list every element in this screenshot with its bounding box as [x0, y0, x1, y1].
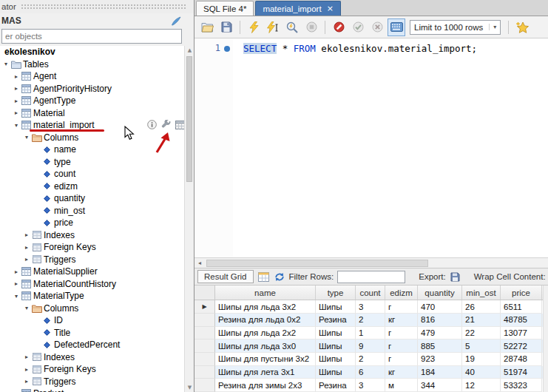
- tree-item-quantity[interactable]: quantity: [0, 192, 184, 205]
- cell-count[interactable]: 3: [356, 379, 385, 392]
- scrollbar-thumb[interactable]: [186, 56, 192, 182]
- row-header[interactable]: [194, 379, 215, 392]
- cell-name[interactable]: Шипы для льда 3x2: [215, 300, 316, 314]
- toggle-autocommit-button[interactable]: [388, 18, 405, 36]
- cell-name[interactable]: Шипы для льда 3x0: [215, 339, 316, 353]
- tree-item-product[interactable]: ▸Product: [0, 388, 184, 392]
- row-header[interactable]: [194, 314, 215, 327]
- hscroll-thumb[interactable]: [206, 260, 428, 267]
- refresh-schemas-icon[interactable]: [171, 16, 181, 26]
- cell-min-ost[interactable]: 22: [462, 327, 501, 340]
- tree-item-columns[interactable]: ▾Columns: [0, 132, 184, 144]
- table-edit-icon[interactable]: [160, 120, 172, 129]
- cell-price[interactable]: 6511: [501, 300, 542, 314]
- cell-edizm[interactable]: кг: [385, 366, 418, 379]
- expand-arrow-icon[interactable]: ▸: [12, 280, 21, 287]
- cell-quantity[interactable]: 885: [418, 339, 462, 353]
- column-header-quantity[interactable]: quantity: [418, 285, 462, 300]
- cell-edizm[interactable]: кг: [385, 314, 418, 327]
- table-data-icon[interactable]: [175, 120, 184, 129]
- grid-corner[interactable]: [194, 285, 215, 300]
- row-header[interactable]: [194, 353, 215, 366]
- tree-item-materialtype[interactable]: ▾MaterialType: [0, 290, 184, 303]
- cell-type[interactable]: Резина: [316, 314, 356, 327]
- column-header-min-ost[interactable]: min_ost: [462, 285, 501, 300]
- tree-item-min-ost[interactable]: min_ost: [0, 205, 184, 217]
- column-header-price[interactable]: price: [501, 285, 542, 300]
- filter-objects-input[interactable]: [1, 29, 182, 44]
- expand-arrow-icon[interactable]: ▸: [22, 256, 31, 263]
- tree-item-tables[interactable]: ▾Tables: [0, 58, 184, 71]
- editor-tab-sql-file-4[interactable]: SQL File 4*: [196, 1, 254, 16]
- collapse-arrow-icon[interactable]: ▾: [22, 134, 31, 141]
- tree-item-material-import[interactable]: ▾material_import: [0, 119, 184, 132]
- result-grid-tab[interactable]: Result Grid: [197, 270, 254, 283]
- open-script-button[interactable]: [198, 18, 216, 36]
- cell-edizm[interactable]: г: [385, 339, 418, 353]
- tree-item-agenttype[interactable]: ▸AgentType: [0, 95, 184, 107]
- cell-price[interactable]: 53323: [501, 379, 542, 392]
- tree-item-id[interactable]: ID: [0, 314, 184, 327]
- tree-item-defectedpercent[interactable]: DefectedPercent: [0, 339, 184, 351]
- cell-price[interactable]: 28748: [501, 353, 542, 366]
- tree-item-triggers[interactable]: ▸Triggers: [0, 376, 184, 388]
- cell-price[interactable]: 51974: [501, 366, 542, 379]
- row-header[interactable]: [194, 339, 215, 353]
- rollback-button[interactable]: [368, 18, 386, 36]
- save-script-button[interactable]: [217, 18, 235, 36]
- tab-close-icon[interactable]: ×: [327, 5, 334, 13]
- cell-type[interactable]: Шипы: [316, 339, 356, 353]
- tree-item-material[interactable]: ▸Material: [0, 107, 184, 120]
- cell-quantity[interactable]: 816: [418, 314, 462, 327]
- cell-quantity[interactable]: 344: [418, 379, 462, 392]
- filter-rows-input[interactable]: [337, 271, 405, 283]
- cell-edizm[interactable]: м: [385, 379, 418, 392]
- cell-quantity[interactable]: 470: [418, 300, 462, 314]
- collapse-arrow-icon[interactable]: ▾: [12, 122, 21, 129]
- expand-arrow-icon[interactable]: ▸: [12, 268, 21, 275]
- tree-item-type[interactable]: type: [0, 156, 184, 169]
- column-header-count[interactable]: count: [356, 285, 385, 300]
- row-header[interactable]: [194, 366, 215, 379]
- commit-button[interactable]: [349, 18, 367, 36]
- cell-type[interactable]: Шипы: [316, 300, 356, 314]
- grid-row[interactable]: Шипы для льда 3x0Шипы9г885552272: [194, 339, 548, 353]
- cell-edizm[interactable]: г: [385, 300, 418, 314]
- navigator-scrollbar[interactable]: ▲ ▼: [184, 46, 194, 392]
- tree-item-foreign-keys[interactable]: ▸Foreign Keys: [0, 363, 184, 376]
- scroll-down-icon[interactable]: ▼: [185, 383, 194, 392]
- cell-quantity[interactable]: 923: [418, 353, 462, 366]
- cell-type[interactable]: Шипы: [316, 366, 356, 379]
- cell-price[interactable]: 13077: [501, 327, 542, 340]
- cell-count[interactable]: 1: [356, 327, 385, 340]
- cell-min-ost[interactable]: 21: [462, 314, 501, 327]
- tree-item-agentpriorityhistory[interactable]: ▸AgentPriorityHistory: [0, 83, 184, 95]
- cell-price[interactable]: 52272: [501, 339, 542, 353]
- expand-arrow-icon[interactable]: ▸: [22, 354, 31, 360]
- tree-item-edizm[interactable]: edizm: [0, 180, 184, 193]
- cell-type[interactable]: Резина: [316, 379, 356, 392]
- cell-count[interactable]: 2: [356, 314, 385, 327]
- cell-count[interactable]: 2: [356, 353, 385, 366]
- save-snippet-button[interactable]: [513, 18, 531, 36]
- tree-item-materialcounthistory[interactable]: ▸MaterialCountHistory: [0, 278, 184, 291]
- editor-tab-material-import[interactable]: material_import×: [255, 1, 340, 16]
- cell-count[interactable]: 6: [356, 366, 385, 379]
- limit-rows-dropdown[interactable]: Limit to 1000 rows ▾: [410, 20, 501, 35]
- stop-on-error-button[interactable]: [330, 18, 348, 36]
- execute-button[interactable]: [245, 18, 263, 36]
- cell-count[interactable]: 9: [356, 339, 385, 353]
- cell-quantity[interactable]: 184: [418, 366, 462, 379]
- expand-arrow-icon[interactable]: ▸: [12, 73, 21, 80]
- cell-price[interactable]: 48785: [501, 314, 542, 327]
- tree-item-foreign-keys[interactable]: ▸Foreign Keys: [0, 241, 184, 254]
- editor-horizontal-scrollbar[interactable]: ◂: [194, 257, 548, 268]
- collapse-arrow-icon[interactable]: ▾: [12, 293, 21, 300]
- cell-min-ost[interactable]: 5: [462, 339, 501, 353]
- cell-count[interactable]: 3: [356, 300, 385, 314]
- expand-arrow-icon[interactable]: ▸: [12, 98, 21, 104]
- tree-item-columns[interactable]: ▾Columns: [0, 303, 184, 315]
- grid-row[interactable]: ▶Шипы для льда 3x2Шипы3г470266511: [194, 300, 548, 314]
- tree-item-materialsupplier[interactable]: ▸MaterialSupplier: [0, 266, 184, 278]
- expand-arrow-icon[interactable]: ▸: [22, 378, 31, 385]
